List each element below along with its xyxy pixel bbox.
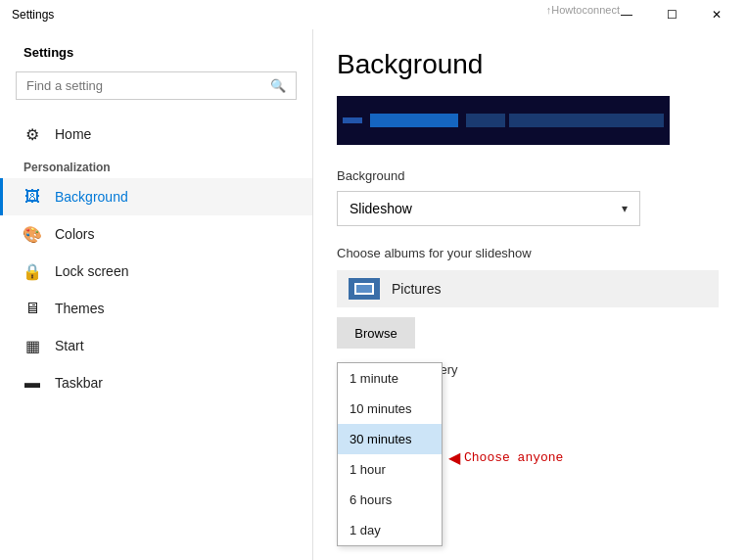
sidebar-item-themes[interactable]: 🖥 Themes	[0, 290, 312, 327]
search-box[interactable]: 🔍	[16, 71, 297, 100]
themes-icon: 🖥	[23, 300, 41, 317]
background-icon: 🖼	[23, 188, 41, 206]
sidebar-item-background[interactable]: 🖼 Background	[0, 178, 312, 215]
annotation-text: Choose anyone	[464, 450, 563, 465]
colors-icon: 🎨	[23, 225, 41, 243]
sidebar-item-themes-label: Themes	[55, 301, 105, 316]
lockscreen-icon: 🔒	[23, 262, 41, 280]
interval-option-30min[interactable]: 30 minutes	[338, 424, 442, 454]
album-icon-inner	[354, 283, 374, 295]
annotation-choose-anyone: ◀ Choose anyone	[448, 448, 563, 467]
interval-option-1min[interactable]: 1 minute	[338, 363, 442, 394]
window-title: Settings	[12, 8, 54, 22]
album-section-label: Choose albums for your slideshow	[337, 246, 724, 260]
album-item-pictures[interactable]: Pictures	[337, 270, 719, 307]
maximize-button[interactable]: ☐	[649, 0, 694, 29]
preview-blue-bar	[370, 114, 458, 127]
settings-window: Settings ↑Howtoconnect — ☐ ✕ Settings 🔍 …	[0, 0, 747, 560]
close-button[interactable]: ✕	[694, 0, 739, 29]
window-controls: — ☐ ✕	[604, 0, 739, 29]
background-field-label: Background	[337, 168, 724, 183]
sidebar-item-background-label: Background	[55, 189, 128, 205]
sidebar-item-lockscreen[interactable]: 🔒 Lock screen	[0, 253, 312, 290]
sidebar-item-lockscreen-label: Lock screen	[55, 263, 128, 279]
album-folder-icon	[349, 278, 380, 300]
interval-option-10min[interactable]: 10 minutes	[338, 394, 442, 424]
dropdown-arrow-icon: ▾	[622, 202, 628, 215]
background-dropdown[interactable]: Slideshow ▾	[337, 191, 640, 226]
search-input[interactable]	[26, 78, 270, 93]
annotation-arrow-icon: ◀	[448, 448, 460, 467]
personalization-section-label: Personalization	[0, 153, 312, 178]
preview-rest-bar	[509, 114, 664, 127]
search-icon: 🔍	[270, 78, 286, 93]
background-dropdown-value: Slideshow	[350, 201, 412, 216]
background-dropdown-container: Slideshow ▾	[337, 191, 640, 226]
taskbar-icon: ▬	[23, 374, 41, 392]
interval-option-1day[interactable]: 1 day	[338, 515, 442, 545]
sidebar-item-colors[interactable]: 🎨 Colors	[0, 215, 312, 253]
preview-strip	[337, 96, 670, 145]
sidebar-item-colors-label: Colors	[55, 226, 94, 242]
sidebar-title: Settings	[0, 45, 312, 71]
album-name-label: Pictures	[392, 281, 442, 297]
sidebar-item-home-label: Home	[55, 126, 91, 142]
browse-button[interactable]: Browse	[337, 317, 415, 349]
preview-accent-bar	[343, 117, 362, 123]
home-icon: ⚙	[23, 125, 41, 143]
sidebar: Settings 🔍 ⚙ Home Personalization 🖼 Back…	[0, 29, 313, 560]
sidebar-item-home[interactable]: ⚙ Home	[0, 116, 312, 153]
interval-option-6hours[interactable]: 6 hours	[338, 485, 442, 515]
page-title: Background	[337, 49, 724, 80]
title-bar: Settings ↑Howtoconnect — ☐ ✕	[0, 0, 747, 29]
sidebar-item-start-label: Start	[55, 338, 84, 353]
interval-dropdown-popup: 1 minute 10 minutes 30 minutes 1 hour 6 …	[337, 362, 443, 546]
watermark: ↑Howtoconnect	[546, 4, 620, 16]
sidebar-item-taskbar-label: Taskbar	[55, 375, 103, 391]
start-icon: ▦	[23, 337, 41, 354]
sidebar-item-start[interactable]: ▦ Start	[0, 327, 312, 364]
interval-option-1hour[interactable]: 1 hour	[338, 454, 442, 485]
sidebar-item-taskbar[interactable]: ▬ Taskbar	[0, 364, 312, 401]
preview-mid-bar	[466, 114, 505, 127]
